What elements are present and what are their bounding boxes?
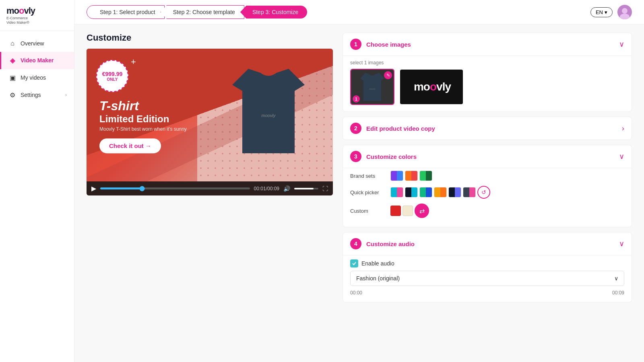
step1-label: Step 1: Select product [100,9,155,15]
quick-swatch-1[interactable] [390,187,403,197]
enable-audio-label: Enable audio [361,260,394,267]
volume-bar[interactable] [294,188,318,189]
section-title-1: Choose images [366,41,614,48]
image-thumb-1[interactable]: moovly 1 ✎ [350,69,394,105]
lang-selector[interactable]: EN ▾ [590,7,613,17]
sidebar-item-label: Overview [21,40,44,47]
accordion-edit-copy: 2 Edit product video copy › [343,117,632,140]
brand-sets-label: Brand sets [350,173,386,179]
product-edition: Limited Edition [99,113,187,125]
section-num-4: 4 [350,238,361,249]
quick-picker-row: Quick picker ↺ [350,183,624,201]
cta-button[interactable]: Check it out → [99,138,161,153]
step1[interactable]: Step 1: Select product [87,5,165,19]
quick-picker-swatches: ↺ [390,186,490,199]
lang-label: EN [596,9,603,15]
progress-knob[interactable] [140,186,145,191]
settings-icon: ⚙ [8,91,17,99]
image-thumb-2[interactable]: moovly [399,69,464,105]
accordion-arrow-3: ∨ [619,152,624,161]
left-panel: Customize €999.99 ONLY + T-shirt [87,33,333,354]
main-area: Step 1: Select product Step 2: Choose te… [74,0,644,362]
quick-swatch-3[interactable] [419,187,432,197]
step3-label: Step 3: Customize [252,9,298,15]
custom-label: Custom [350,208,386,214]
user-avatar[interactable] [617,5,632,19]
video-time: 00:01/00:09 [254,186,279,191]
progress-fill [100,187,142,189]
select-images-label: select 1 images [350,56,624,69]
step2[interactable]: Step 2: Choose template [161,5,244,19]
brand-swatch-3[interactable] [419,171,432,181]
image-thumbnails: moovly 1 ✎ moovly [350,69,624,105]
accordion-arrow-1: ∨ [619,40,624,49]
my-videos-icon: ▣ [8,74,17,82]
price-badge: €999.99 ONLY [96,60,128,92]
sidebar-item-settings[interactable]: ⚙ Settings › [0,86,74,104]
volume-icon[interactable]: 🔊 [283,185,290,192]
header-right: EN ▾ [590,5,632,19]
moovly-logo-thumb: moovly [400,70,464,104]
accordion-arrow-4: ∨ [619,239,624,248]
enable-audio-row: Enable audio [350,255,624,271]
plus-icon: + [131,57,136,67]
page-title: Customize [87,33,333,43]
price-value: €999.99 [102,71,123,77]
step3[interactable]: Step 3: Customize [240,6,307,19]
accordion-header-copy[interactable]: 2 Edit product video copy › [343,117,632,140]
audio-track-select[interactable]: Fashion (original) ∨ [350,271,624,286]
section-num-2: 2 [350,123,361,134]
thumb-selected-badge: 1 [353,95,360,103]
logo-subtitle: E-Commerce Video Maker® [6,16,35,25]
logo-text: moovly [6,6,35,16]
section-title-2: Edit product video copy [366,125,617,132]
video-progress-bar[interactable] [100,187,250,189]
section-num-3: 3 [350,151,361,162]
fullscreen-button[interactable]: ⛶ [322,185,328,192]
video-maker-icon: ◈ [8,57,17,64]
custom-colors-row: Custom ⇄ [350,201,624,220]
quick-swatch-4[interactable] [434,187,447,197]
accordion-header-images[interactable]: 1 Choose images ∨ [343,33,632,56]
accordion-body-images: select 1 images moovly 1 ✎ [343,56,632,111]
volume-fill [294,188,314,189]
custom-swatch-1[interactable] [390,206,401,216]
accordion-audio: 4 Customize audio ∨ Enable audio Fashion… [343,232,632,302]
accordion-arrow-2: › [622,124,624,133]
sidebar-navigation: ⌂ Overview ◈ Video Maker ▣ My videos ⚙ S… [0,31,74,104]
quick-swatch-2[interactable] [405,187,418,197]
custom-swatch-2[interactable] [402,206,413,216]
section-title-3: Customize colors [366,153,614,160]
accordion-header-audio[interactable]: 4 Customize audio ∨ [343,232,632,255]
video-text-block: T-shirt Limited Edition Moovly T-Shirt b… [99,99,187,153]
lang-arrow-icon: ▾ [605,9,607,15]
reset-colors-button[interactable]: ↺ [477,186,490,199]
moovly-logo-in-thumb: moovly [414,80,451,93]
sidebar-item-label: Video Maker [21,57,54,64]
accordion-choose-images: 1 Choose images ∨ select 1 images moovly [343,33,632,112]
quick-swatch-6[interactable] [463,187,476,197]
play-button[interactable]: ▶ [91,185,96,192]
svg-text:moovly: moovly [262,113,276,118]
brand-swatch-1[interactable] [390,171,403,181]
video-container: €999.99 ONLY + T-shirt Limited Edition M… [87,49,333,195]
thumb-edit-button[interactable]: ✎ [384,71,392,79]
brand-swatch-2[interactable] [405,171,418,181]
sidebar-item-label: My videos [21,74,46,81]
swap-colors-button[interactable]: ⇄ [415,204,429,218]
accordion-header-colors[interactable]: 3 Customize colors ∨ [343,145,632,168]
quick-swatch-5[interactable] [448,187,461,197]
step2-label: Step 2: Choose template [173,9,235,15]
sidebar-item-video-maker[interactable]: ◈ Video Maker [0,52,74,69]
svg-point-1 [620,14,630,19]
enable-audio-checkbox[interactable] [350,259,358,267]
custom-swatches: ⇄ [390,204,429,218]
svg-point-0 [622,8,627,14]
audio-time-start: 00:00 [350,290,362,296]
video-controls: ▶ 00:01/00:09 🔊 ⛶ [87,181,333,195]
stepper-bar: Step 1: Select product Step 2: Choose te… [74,0,644,25]
settings-arrow-icon: › [65,92,67,98]
sidebar-logo: moovly E-Commerce Video Maker® [0,0,74,31]
sidebar-item-overview[interactable]: ⌂ Overview [0,35,74,52]
sidebar-item-my-videos[interactable]: ▣ My videos [0,69,74,86]
